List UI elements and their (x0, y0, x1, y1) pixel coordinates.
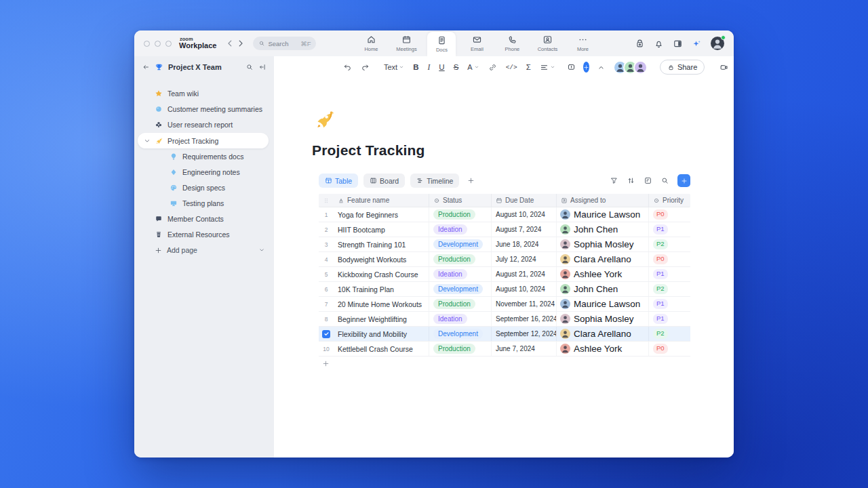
row-number[interactable]: 2 (319, 222, 334, 237)
feature-cell[interactable]: Kickboxing Crash Course (334, 267, 429, 281)
comment-button[interactable] (566, 62, 577, 73)
insert-block-button[interactable] (583, 62, 589, 73)
status-cell[interactable]: Production (429, 342, 491, 356)
due-date-cell[interactable]: July 12, 2024 (491, 252, 556, 266)
sidebar-item-requirements-docs[interactable]: Requirements docs (134, 149, 274, 164)
chevron-down-icon[interactable] (143, 137, 151, 145)
sort-button[interactable] (627, 176, 635, 185)
assignee-cell[interactable]: Ashlee York (556, 267, 648, 281)
assignee-cell[interactable]: Sophia Mosley (556, 312, 648, 326)
priority-cell[interactable]: P0 (648, 252, 690, 266)
chevron-down-icon[interactable] (258, 247, 265, 253)
assignee-cell[interactable]: Maurice Lawson (556, 297, 648, 311)
feature-cell[interactable]: Flexibility and Mobility (334, 327, 429, 341)
collaborator-3-avatar[interactable] (633, 60, 648, 75)
global-search-input[interactable]: Search ⌘F (253, 37, 316, 50)
priority-cell[interactable]: P2 (648, 327, 690, 341)
priority-cell[interactable]: P0 (648, 207, 690, 222)
column-header-assigned-to[interactable]: Assigned to (556, 194, 648, 207)
sidebar-item-design-specs[interactable]: Design specs (134, 180, 274, 195)
nav-forward-button[interactable] (235, 38, 246, 49)
insert-link-button[interactable] (487, 62, 498, 73)
feature-cell[interactable]: Beginner Weightlifting (334, 312, 429, 326)
italic-button[interactable]: I (427, 62, 432, 72)
sidebar-search-icon[interactable] (245, 63, 254, 71)
sidebar-item-testing-plans[interactable]: Testing plans (134, 196, 274, 211)
row-number[interactable]: 3 (319, 237, 334, 251)
row-number[interactable]: 8 (319, 312, 334, 326)
table-row-kettlebell-crash-course[interactable]: 10 Kettlebell Crash Course Production Ju… (319, 342, 690, 357)
table-row-bodyweight-workouts[interactable]: 4 Bodyweight Workouts Production July 12… (319, 252, 690, 267)
assignee-cell[interactable]: Sophia Mosley (556, 237, 648, 251)
table-row-20-minute-home-workouts[interactable]: 7 20 Minute Home Workouts Production Nov… (319, 297, 690, 312)
status-cell[interactable]: Ideation (429, 222, 491, 237)
table-row-strength-training-101[interactable]: 3 Strength Training 101 Development June… (319, 237, 690, 252)
assignee-cell[interactable]: Clara Arellano (556, 252, 648, 266)
column-header-due-date[interactable]: Due Date (491, 194, 556, 207)
status-cell[interactable]: Development (429, 237, 491, 251)
nav-back-button[interactable] (224, 38, 235, 49)
feature-cell[interactable]: HIIT Bootcamp (334, 222, 429, 237)
page-title[interactable]: Project Tracking (312, 142, 734, 159)
due-date-cell[interactable]: August 21, 2024 (491, 267, 556, 281)
due-date-cell[interactable]: August 10, 2024 (491, 207, 556, 222)
feature-cell[interactable]: Bodyweight Workouts (334, 252, 429, 266)
status-cell[interactable]: Ideation (429, 267, 491, 281)
topnav-more[interactable]: More (568, 32, 597, 55)
back-arrow-icon[interactable] (142, 63, 150, 71)
expand-button[interactable] (644, 176, 652, 185)
text-color-dropdown[interactable]: A (466, 62, 480, 72)
add-view-button[interactable] (465, 175, 477, 187)
due-date-cell[interactable]: June 7, 2024 (491, 342, 556, 356)
feature-cell[interactable]: 20 Minute Home Workouts (334, 297, 429, 311)
table-row-10k-training-plan[interactable]: 6 10K Training Plan Development August 1… (319, 282, 690, 297)
bold-button[interactable]: B (412, 62, 420, 72)
due-date-cell[interactable]: September 16, 2024 (491, 312, 556, 326)
redo-button[interactable] (359, 62, 371, 73)
table-row-yoga-for-beginners[interactable]: 1 Yoga for Beginners Production August 1… (319, 207, 690, 222)
align-dropdown[interactable] (538, 62, 557, 73)
sidebar-item-engineering-notes[interactable]: Engineering notes (134, 165, 274, 180)
assignee-cell[interactable]: John Chen (556, 222, 648, 237)
share-button[interactable]: Share (660, 60, 705, 75)
undo-button[interactable] (342, 62, 353, 73)
row-number[interactable]: 7 (319, 297, 334, 311)
ai-companion-button[interactable] (692, 39, 702, 49)
assignee-cell[interactable]: John Chen (556, 282, 648, 296)
priority-cell[interactable]: P1 (648, 222, 690, 237)
due-date-cell[interactable]: September 12, 2024 (491, 327, 556, 341)
priority-cell[interactable]: P2 (648, 237, 690, 251)
underline-button[interactable]: U (437, 62, 446, 72)
doc-rocket-icon[interactable] (312, 108, 335, 131)
sidebar-item-member-contacts[interactable]: Member Contacts (134, 211, 274, 226)
column-header-priority[interactable]: Priority (648, 194, 690, 207)
priority-cell[interactable]: P0 (648, 342, 690, 356)
maximize-window-button[interactable] (165, 41, 172, 47)
view-tab-table[interactable]: Table (319, 174, 358, 188)
status-cell[interactable]: Production (429, 207, 491, 222)
topnav-meetings[interactable]: Meetings (392, 32, 420, 55)
window-controls[interactable] (144, 41, 172, 47)
add-page-button[interactable]: Add page (134, 243, 274, 258)
feature-cell[interactable]: Strength Training 101 (334, 237, 429, 251)
priority-cell[interactable]: P2 (648, 282, 690, 296)
status-cell[interactable]: Development (429, 327, 491, 341)
assignee-cell[interactable]: Ashlee York (556, 342, 648, 356)
topnav-docs[interactable]: Docs (427, 32, 456, 56)
side-panel-button[interactable] (673, 39, 683, 49)
row-number[interactable]: 5 (319, 267, 334, 281)
column-header-feature-name[interactable]: Feature name (334, 194, 429, 207)
due-date-cell[interactable]: August 10, 2024 (491, 282, 556, 296)
row-number[interactable]: 10 (319, 342, 334, 356)
table-row-flexibility-and-mobility[interactable]: Flexibility and Mobility Development Sep… (319, 327, 690, 342)
due-date-cell[interactable]: August 7, 2024 (491, 222, 556, 237)
user-avatar[interactable] (711, 37, 724, 50)
row-number[interactable]: 4 (319, 252, 334, 266)
view-tab-timeline[interactable]: Timeline (410, 174, 459, 188)
strikethrough-button[interactable]: S (452, 62, 460, 72)
collapse-toolbar-button[interactable] (595, 62, 607, 73)
add-row-button[interactable] (319, 357, 690, 370)
feature-cell[interactable]: Kettlebell Crash Course (334, 342, 429, 356)
search-table-button[interactable] (660, 176, 669, 185)
sidebar-item-project-tracking[interactable]: Project Tracking (138, 133, 269, 148)
